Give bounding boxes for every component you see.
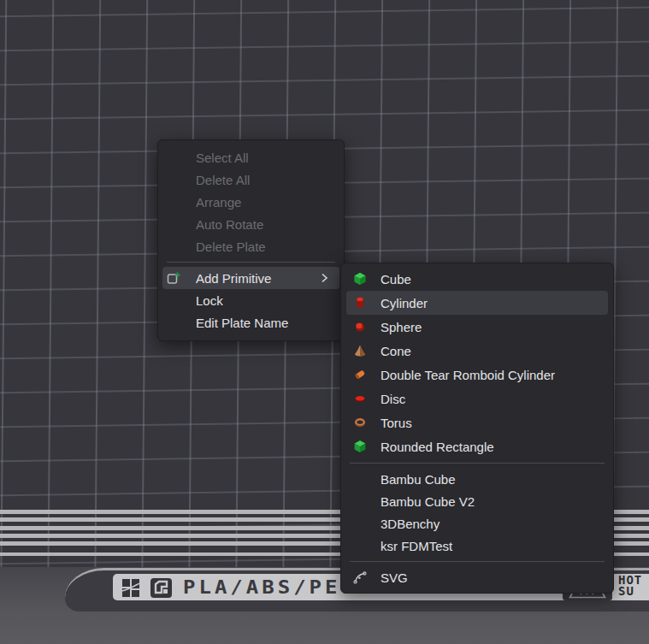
menu-item-label: Rounded Rectangle xyxy=(381,440,494,454)
menu-item-label: Bambu Cube xyxy=(381,472,456,487)
slicer-3d-viewport: PLA/ABS/PETG HOT SU Select AllDelete All… xyxy=(0,0,649,644)
menu-item-delete-plate: Delete Plate xyxy=(162,235,339,257)
menu-item-edit-plate-name[interactable]: Edit Plate Name xyxy=(162,311,339,334)
menu-item-label: Edit Plate Name xyxy=(196,316,288,330)
menu-item-label: Select All xyxy=(196,151,249,165)
menu-item-label: Auto Rotate xyxy=(196,217,263,232)
double-tear-romboid-cylinder-icon xyxy=(352,367,368,382)
cube-icon xyxy=(352,271,368,287)
menu-item-cone[interactable]: Cone xyxy=(346,339,608,363)
menu-item-cylinder[interactable]: Cylinder xyxy=(346,291,608,315)
menu-item-label: Cylinder xyxy=(381,296,428,310)
menu-item-bambu-cube[interactable]: Bambu Cube xyxy=(346,468,608,490)
sphere-icon xyxy=(352,319,368,334)
menu-item-label: 3DBenchy xyxy=(381,517,440,531)
menu-item-label: Arrange xyxy=(196,195,241,210)
menu-item-delete-all: Delete All xyxy=(162,168,339,191)
menu-item-auto-rotate: Auto Rotate xyxy=(162,213,339,235)
cone-icon xyxy=(352,343,368,358)
rounded-rectangle-icon xyxy=(352,439,368,454)
menu-item-disc[interactable]: Disc xyxy=(346,387,608,411)
svg-bezier-icon xyxy=(352,570,368,585)
menu-item-label: Lock xyxy=(196,293,223,308)
add-primitive-submenu: CubeCylinderSphereConeDouble Tear Romboi… xyxy=(340,263,614,594)
torus-icon xyxy=(352,415,368,430)
menu-separator xyxy=(167,262,335,263)
menu-item-label: Torus xyxy=(381,416,412,430)
menu-item-label: Sphere xyxy=(381,320,422,334)
menu-item-label: Delete Plate xyxy=(196,239,266,254)
plate-context-menu: Select AllDelete AllArrangeAuto RotateDe… xyxy=(157,139,345,341)
menu-item-label: Bambu Cube V2 xyxy=(381,494,475,509)
menu-item-add-primitive[interactable]: Add Primitive xyxy=(162,267,339,289)
menu-item-label: SVG xyxy=(381,570,408,585)
menu-item-select-all: Select All xyxy=(162,146,339,168)
menu-item-3dbenchy[interactable]: 3DBenchy xyxy=(346,512,608,535)
menu-item-torus[interactable]: Torus xyxy=(346,411,608,434)
menu-separator xyxy=(350,463,605,464)
add-primitive-icon xyxy=(166,270,181,286)
menu-item-sphere[interactable]: Sphere xyxy=(346,315,608,339)
menu-item-cube[interactable]: Cube xyxy=(346,267,608,291)
menu-item-label: Delete All xyxy=(196,173,250,187)
bambu-logo-icon xyxy=(121,576,143,599)
menu-item-label: ksr FDMTest xyxy=(381,539,452,553)
menu-item-label: Disc xyxy=(381,392,405,406)
menu-item-rounded-rectangle[interactable]: Rounded Rectangle xyxy=(346,434,608,458)
menu-item-label: Double Tear Romboid Cylinder xyxy=(381,368,555,382)
menu-separator xyxy=(350,561,605,562)
menu-item-label: Cone xyxy=(381,344,411,358)
hot-surface-line2: SU xyxy=(618,587,649,598)
menu-item-double-tear-romboid-cylinder[interactable]: Double Tear Romboid Cylinder xyxy=(346,363,608,387)
menu-item-lock[interactable]: Lock xyxy=(162,289,339,311)
chevron-right-icon xyxy=(317,271,331,285)
menu-item-bambu-cube-v2[interactable]: Bambu Cube V2 xyxy=(346,490,608,512)
menu-item-label: Cube xyxy=(381,272,411,287)
menu-item-svg[interactable]: SVG xyxy=(346,566,608,588)
cylinder-icon xyxy=(352,295,368,310)
menu-item-arrange: Arrange xyxy=(162,191,339,213)
menu-item-label: Add Primitive xyxy=(196,271,271,286)
printer-logo-icon xyxy=(150,576,173,599)
hot-surface-warning-label: HOT SU xyxy=(618,576,649,598)
menu-item-ksr-fdmtest[interactable]: ksr FDMTest xyxy=(346,535,608,557)
disc-icon xyxy=(352,391,368,406)
